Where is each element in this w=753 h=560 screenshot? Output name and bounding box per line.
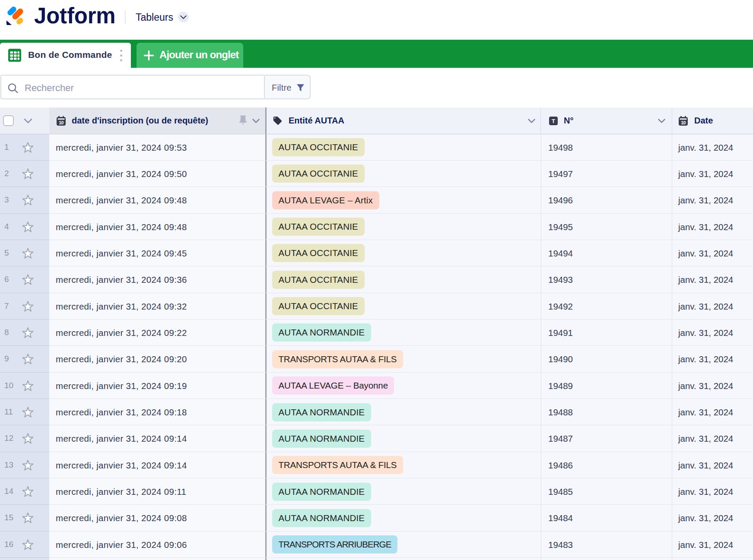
svg-text:T: T bbox=[552, 118, 555, 124]
svg-text:10: 10 bbox=[681, 120, 686, 125]
svg-text:10: 10 bbox=[59, 120, 64, 125]
